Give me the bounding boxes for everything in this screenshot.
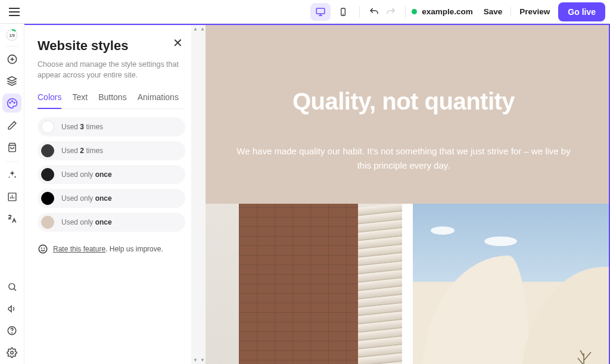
panel-scrollbar[interactable]: ▲▼ [191,25,198,364]
shopping-bag-icon [7,142,17,153]
palette-icon [7,98,18,109]
desktop-icon [315,7,326,17]
svg-rect-0 [316,8,325,14]
preview-button[interactable]: Preview [519,7,550,16]
hero-images [206,204,609,364]
svg-marker-10 [8,77,17,82]
ai-button[interactable] [2,165,21,184]
save-button[interactable]: Save [484,7,512,16]
sparkles-icon [7,170,17,180]
tab-buttons[interactable]: Buttons [98,92,126,108]
svg-line-20 [14,288,16,291]
domain-status[interactable]: example.com [412,7,473,16]
color-row[interactable]: Used only once [38,213,185,232]
color-usage-label: Used 2 times [61,147,103,155]
color-row[interactable]: Used only once [38,165,185,184]
hero-image-right [413,204,609,364]
separator [405,6,406,18]
plant-icon [572,335,596,364]
menu-icon[interactable] [7,5,21,19]
language-button[interactable] [2,209,21,228]
rate-feature-link[interactable]: Rate this feature [53,245,105,253]
color-usage-label: Used only once [61,194,112,203]
megaphone-icon [7,304,17,314]
mobile-icon [338,7,348,17]
svg-point-26 [44,248,45,248]
layers-button[interactable] [2,71,21,91]
mobile-device-button[interactable] [333,3,353,21]
undo-icon [369,7,379,17]
styles-button[interactable] [2,94,21,113]
close-icon[interactable]: ✕ [173,36,183,50]
hero-image-left [206,204,402,364]
color-usage-label: Used 3 times [61,123,103,131]
left-rail: 1/9 [0,24,24,364]
progress-label: 1/9 [5,29,18,42]
svg-point-25 [41,248,42,248]
panel-description: Choose and manage the style settings tha… [38,60,180,80]
svg-point-12 [11,101,13,102]
color-row[interactable]: Used 3 times [38,117,185,136]
undo-button[interactable] [366,4,382,20]
svg-point-23 [11,351,14,354]
feedback-row: Rate this feature. Help us improve. [38,244,185,254]
svg-point-13 [14,102,15,103]
hero-subtitle: We have made quality our habit. It's not… [198,144,609,173]
svg-point-24 [39,245,47,253]
svg-point-22 [12,332,13,333]
settings-button[interactable] [2,343,21,362]
smile-icon [38,244,48,254]
top-bar: example.com Save Preview Go live [0,0,610,24]
gear-icon [7,347,17,358]
layers-icon [7,76,17,86]
add-button[interactable] [2,49,21,69]
store-button[interactable] [2,138,21,157]
edit-button[interactable] [2,116,21,135]
tab-text[interactable]: Text [72,92,88,108]
color-list: Used 3 timesUsed 2 timesUsed only onceUs… [38,117,185,232]
translate-icon [7,213,17,224]
domain-label: example.com [422,7,473,16]
preview-canvas[interactable]: ▲▼ Quality, not quantity We have made qu… [198,24,610,364]
hero-title: Quality, not quantity [198,88,609,115]
color-swatch [41,192,54,205]
panel-title: Website styles [38,38,185,54]
svg-point-11 [10,102,11,103]
tab-animations[interactable]: Animations [138,92,179,108]
color-swatch [41,168,54,181]
canvas-scrollbar[interactable]: ▲▼ [198,25,206,364]
color-swatch [41,120,54,133]
search-button[interactable] [2,277,21,296]
feedback-text: . Help us improve. [105,245,163,253]
color-usage-label: Used only once [61,170,112,179]
pencil-icon [7,120,17,130]
chart-icon [7,192,17,202]
hero-section: Quality, not quantity We have made quali… [198,25,609,204]
status-dot-icon [412,9,417,14]
redo-button[interactable] [382,4,399,20]
desktop-device-button[interactable] [310,3,331,21]
progress-indicator[interactable]: 1/9 [5,29,18,42]
styles-panel: ▲▼ ✕ Website styles Choose and manage th… [24,24,198,364]
color-usage-label: Used only once [61,218,112,226]
analytics-button[interactable] [2,187,21,206]
device-switcher [310,3,353,21]
redo-icon [385,7,396,17]
color-row[interactable]: Used only once [38,189,185,208]
announce-button[interactable] [2,299,21,318]
separator [359,6,360,18]
style-tabs: Colors Text Buttons Animations [38,92,185,109]
search-icon [7,282,17,292]
help-button[interactable] [2,321,21,340]
go-live-button[interactable]: Go live [558,2,605,21]
color-row[interactable]: Used 2 times [38,141,185,160]
plus-circle-icon [7,54,18,65]
color-swatch [41,216,54,229]
svg-point-19 [8,283,14,289]
help-icon [7,325,17,336]
color-swatch [41,144,54,157]
tab-colors[interactable]: Colors [38,92,61,109]
